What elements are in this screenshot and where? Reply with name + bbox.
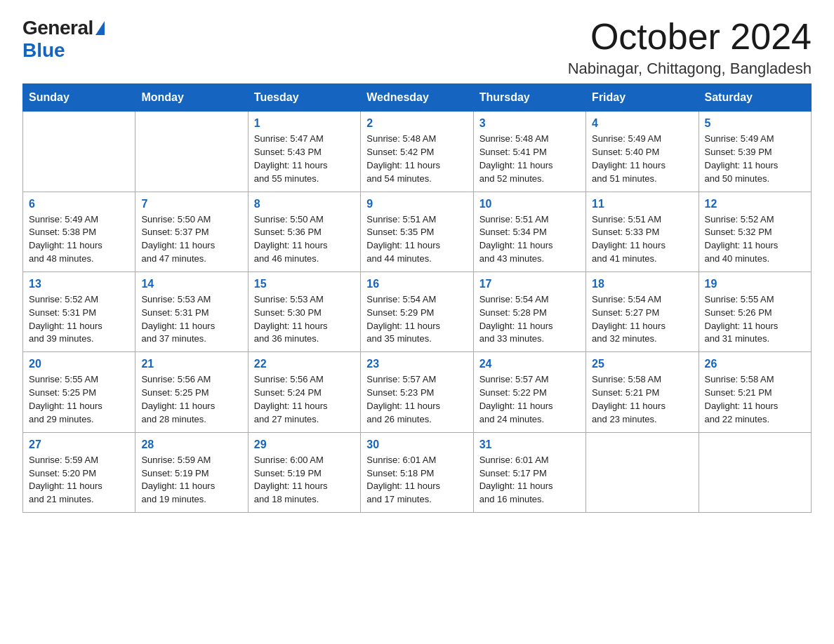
calendar-cell: 30Sunrise: 6:01 AM Sunset: 5:18 PM Dayli… <box>361 432 473 512</box>
calendar-cell: 26Sunrise: 5:58 AM Sunset: 5:21 PM Dayli… <box>699 352 811 432</box>
calendar-cell <box>586 432 699 512</box>
day-number: 28 <box>141 438 241 451</box>
calendar-week-5: 27Sunrise: 5:59 AM Sunset: 5:20 PM Dayli… <box>23 432 812 512</box>
day-number: 19 <box>705 278 805 290</box>
calendar-cell: 20Sunrise: 5:55 AM Sunset: 5:25 PM Dayli… <box>23 352 135 432</box>
day-info: Sunrise: 5:47 AM Sunset: 5:43 PM Dayligh… <box>254 133 355 185</box>
day-info: Sunrise: 5:59 AM Sunset: 5:20 PM Dayligh… <box>29 454 129 507</box>
day-number: 26 <box>705 358 805 370</box>
day-info: Sunrise: 5:48 AM Sunset: 5:41 PM Dayligh… <box>479 133 580 185</box>
day-info: Sunrise: 5:49 AM Sunset: 5:40 PM Dayligh… <box>592 133 692 185</box>
day-info: Sunrise: 5:51 AM Sunset: 5:33 PM Dayligh… <box>592 213 692 266</box>
day-number: 15 <box>254 278 355 290</box>
calendar-week-4: 20Sunrise: 5:55 AM Sunset: 5:25 PM Dayli… <box>23 352 812 432</box>
calendar-cell: 10Sunrise: 5:51 AM Sunset: 5:34 PM Dayli… <box>473 192 585 271</box>
day-info: Sunrise: 6:01 AM Sunset: 5:18 PM Dayligh… <box>366 454 467 507</box>
day-info: Sunrise: 5:53 AM Sunset: 5:31 PM Dayligh… <box>141 293 241 346</box>
day-number: 7 <box>141 198 241 210</box>
calendar-cell <box>699 432 811 512</box>
calendar-cell: 7Sunrise: 5:50 AM Sunset: 5:37 PM Daylig… <box>135 192 248 271</box>
calendar-cell: 4Sunrise: 5:49 AM Sunset: 5:40 PM Daylig… <box>586 112 699 192</box>
day-number: 12 <box>705 198 805 210</box>
day-info: Sunrise: 5:50 AM Sunset: 5:37 PM Dayligh… <box>141 213 241 266</box>
day-number: 6 <box>29 198 129 210</box>
page-header: General Blue October 2024 Nabinagar, Chi… <box>22 17 812 78</box>
month-title: October 2024 <box>568 17 812 57</box>
day-number: 4 <box>592 117 692 130</box>
calendar-cell: 14Sunrise: 5:53 AM Sunset: 5:31 PM Dayli… <box>135 271 248 351</box>
calendar-cell: 21Sunrise: 5:56 AM Sunset: 5:25 PM Dayli… <box>135 352 248 432</box>
calendar-cell: 23Sunrise: 5:57 AM Sunset: 5:23 PM Dayli… <box>361 352 473 432</box>
day-info: Sunrise: 5:48 AM Sunset: 5:42 PM Dayligh… <box>366 133 467 185</box>
calendar-cell: 2Sunrise: 5:48 AM Sunset: 5:42 PM Daylig… <box>361 112 473 192</box>
day-number: 3 <box>479 117 580 130</box>
calendar-cell: 27Sunrise: 5:59 AM Sunset: 5:20 PM Dayli… <box>23 432 135 512</box>
calendar-cell: 25Sunrise: 5:58 AM Sunset: 5:21 PM Dayli… <box>586 352 699 432</box>
calendar-cell: 19Sunrise: 5:55 AM Sunset: 5:26 PM Dayli… <box>699 271 811 351</box>
calendar-cell: 9Sunrise: 5:51 AM Sunset: 5:35 PM Daylig… <box>361 192 473 271</box>
day-number: 30 <box>366 438 467 451</box>
day-info: Sunrise: 5:58 AM Sunset: 5:21 PM Dayligh… <box>705 373 805 426</box>
calendar-cell: 22Sunrise: 5:56 AM Sunset: 5:24 PM Dayli… <box>248 352 360 432</box>
calendar-cell: 12Sunrise: 5:52 AM Sunset: 5:32 PM Dayli… <box>699 192 811 271</box>
calendar-cell: 8Sunrise: 5:50 AM Sunset: 5:36 PM Daylig… <box>248 192 360 271</box>
day-info: Sunrise: 5:55 AM Sunset: 5:26 PM Dayligh… <box>705 293 805 346</box>
calendar-cell: 15Sunrise: 5:53 AM Sunset: 5:30 PM Dayli… <box>248 271 360 351</box>
day-number: 23 <box>366 358 467 370</box>
calendar-header-row: SundayMondayTuesdayWednesdayThursdayFrid… <box>23 84 812 112</box>
logo-blue-text: Blue <box>22 39 65 61</box>
title-block: October 2024 Nabinagar, Chittagong, Bang… <box>568 17 812 78</box>
day-info: Sunrise: 5:55 AM Sunset: 5:25 PM Dayligh… <box>29 373 129 426</box>
day-info: Sunrise: 5:49 AM Sunset: 5:39 PM Dayligh… <box>705 133 805 185</box>
day-number: 31 <box>479 438 580 451</box>
day-info: Sunrise: 5:59 AM Sunset: 5:19 PM Dayligh… <box>141 454 241 507</box>
calendar-header-saturday: Saturday <box>699 84 811 112</box>
calendar-cell <box>23 112 135 192</box>
day-number: 27 <box>29 438 129 451</box>
calendar-cell: 13Sunrise: 5:52 AM Sunset: 5:31 PM Dayli… <box>23 271 135 351</box>
calendar-cell: 17Sunrise: 5:54 AM Sunset: 5:28 PM Dayli… <box>473 271 585 351</box>
day-number: 2 <box>366 117 467 130</box>
calendar-cell: 24Sunrise: 5:57 AM Sunset: 5:22 PM Dayli… <box>473 352 585 432</box>
calendar-header-tuesday: Tuesday <box>248 84 360 112</box>
logo-arrow-icon <box>95 21 105 35</box>
calendar-week-1: 1Sunrise: 5:47 AM Sunset: 5:43 PM Daylig… <box>23 112 812 192</box>
calendar-header-friday: Friday <box>586 84 699 112</box>
day-info: Sunrise: 5:56 AM Sunset: 5:25 PM Dayligh… <box>141 373 241 426</box>
day-info: Sunrise: 5:53 AM Sunset: 5:30 PM Dayligh… <box>254 293 355 346</box>
calendar-week-3: 13Sunrise: 5:52 AM Sunset: 5:31 PM Dayli… <box>23 271 812 351</box>
day-number: 11 <box>592 198 692 210</box>
logo-general-text: General <box>22 17 93 39</box>
day-number: 10 <box>479 198 580 210</box>
calendar-cell: 29Sunrise: 6:00 AM Sunset: 5:19 PM Dayli… <box>248 432 360 512</box>
day-number: 21 <box>141 358 241 370</box>
day-info: Sunrise: 5:52 AM Sunset: 5:32 PM Dayligh… <box>705 213 805 266</box>
day-info: Sunrise: 5:54 AM Sunset: 5:28 PM Dayligh… <box>479 293 580 346</box>
calendar-cell <box>135 112 248 192</box>
calendar-header-sunday: Sunday <box>23 84 135 112</box>
day-number: 18 <box>592 278 692 290</box>
day-number: 29 <box>254 438 355 451</box>
day-info: Sunrise: 5:57 AM Sunset: 5:23 PM Dayligh… <box>366 373 467 426</box>
day-info: Sunrise: 5:51 AM Sunset: 5:35 PM Dayligh… <box>366 213 467 266</box>
day-number: 17 <box>479 278 580 290</box>
day-number: 1 <box>254 117 355 130</box>
day-info: Sunrise: 5:57 AM Sunset: 5:22 PM Dayligh… <box>479 373 580 426</box>
calendar-cell: 16Sunrise: 5:54 AM Sunset: 5:29 PM Dayli… <box>361 271 473 351</box>
day-info: Sunrise: 5:54 AM Sunset: 5:27 PM Dayligh… <box>592 293 692 346</box>
day-number: 9 <box>366 198 467 210</box>
day-number: 14 <box>141 278 241 290</box>
calendar-cell: 31Sunrise: 6:01 AM Sunset: 5:17 PM Dayli… <box>473 432 585 512</box>
calendar-table: SundayMondayTuesdayWednesdayThursdayFrid… <box>22 83 812 513</box>
calendar-cell: 6Sunrise: 5:49 AM Sunset: 5:38 PM Daylig… <box>23 192 135 271</box>
day-info: Sunrise: 5:58 AM Sunset: 5:21 PM Dayligh… <box>592 373 692 426</box>
calendar-header-monday: Monday <box>135 84 248 112</box>
day-info: Sunrise: 6:01 AM Sunset: 5:17 PM Dayligh… <box>479 454 580 507</box>
day-info: Sunrise: 5:49 AM Sunset: 5:38 PM Dayligh… <box>29 213 129 266</box>
calendar-cell: 5Sunrise: 5:49 AM Sunset: 5:39 PM Daylig… <box>699 112 811 192</box>
calendar-cell: 3Sunrise: 5:48 AM Sunset: 5:41 PM Daylig… <box>473 112 585 192</box>
calendar-cell: 11Sunrise: 5:51 AM Sunset: 5:33 PM Dayli… <box>586 192 699 271</box>
calendar-header-thursday: Thursday <box>473 84 585 112</box>
calendar-cell: 18Sunrise: 5:54 AM Sunset: 5:27 PM Dayli… <box>586 271 699 351</box>
location-title: Nabinagar, Chittagong, Bangladesh <box>568 60 812 78</box>
